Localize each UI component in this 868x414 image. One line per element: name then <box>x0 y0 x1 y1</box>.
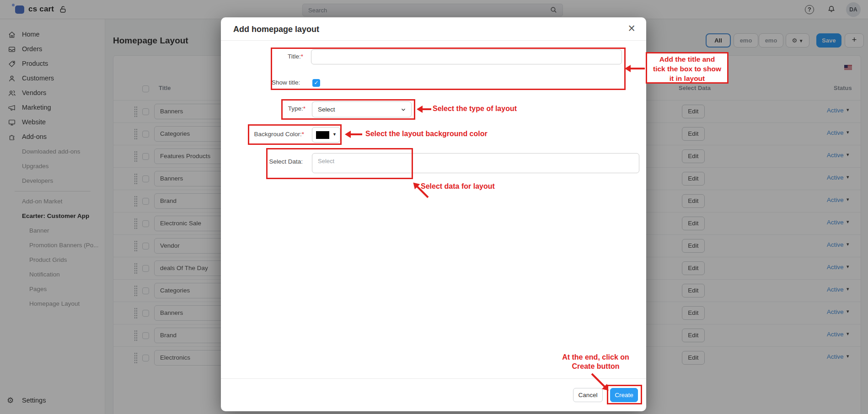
select-all-checkbox[interactable] <box>142 85 149 92</box>
drag-handle-icon[interactable] <box>134 128 138 140</box>
save-button[interactable]: Save <box>816 33 841 48</box>
edit-button[interactable]: Edit <box>682 284 705 297</box>
caret-down-icon[interactable]: ▾ <box>847 241 849 247</box>
caret-down-icon[interactable]: ▾ <box>847 219 849 225</box>
row-checkbox[interactable] <box>142 332 149 339</box>
storefront-demo-store-button-2[interactable]: emo Stor <box>759 33 783 48</box>
sidebar-item-products[interactable]: Products <box>0 57 105 71</box>
cscart-logo-icon[interactable] <box>15 5 24 14</box>
edit-button[interactable]: Edit <box>682 194 705 208</box>
caret-down-icon[interactable]: ▾ <box>847 196 849 202</box>
add-layout-button[interactable]: + <box>845 33 864 48</box>
sidebar-item-downloaded-add-ons[interactable]: Downloaded add-ons <box>0 144 105 159</box>
select-data-field[interactable]: Select <box>312 153 639 173</box>
status-dropdown[interactable]: Active <box>827 152 844 159</box>
edit-button[interactable]: Edit <box>682 127 705 141</box>
sidebar-item-add-ons[interactable]: Add-ons <box>0 130 105 144</box>
cancel-button[interactable]: Cancel <box>573 388 603 402</box>
sidebar-item-product-grids[interactable]: Product Grids <box>0 253 105 267</box>
caret-down-icon[interactable]: ▾ <box>847 107 849 113</box>
drag-handle-icon[interactable] <box>134 106 138 117</box>
status-dropdown[interactable]: Active <box>827 308 844 315</box>
status-dropdown[interactable]: Active <box>827 264 844 271</box>
status-dropdown[interactable]: Active <box>827 353 844 360</box>
status-dropdown[interactable]: Active <box>827 286 844 293</box>
sidebar-item-pages[interactable]: Pages <box>0 282 105 297</box>
drag-handle-icon[interactable] <box>134 240 138 252</box>
sidebar-item-addon-market[interactable]: Add-on Market <box>0 194 105 209</box>
row-checkbox[interactable] <box>142 175 149 182</box>
storefront-demo-store-button-1[interactable]: emo Stor <box>734 33 758 48</box>
edit-button[interactable]: Edit <box>682 351 705 365</box>
help-icon[interactable]: ? <box>805 5 814 14</box>
drag-handle-icon[interactable] <box>134 196 138 207</box>
row-checkbox[interactable] <box>142 310 149 317</box>
brand-text[interactable]: cs cart <box>28 5 54 14</box>
caret-down-icon[interactable]: ▾ <box>847 129 849 135</box>
row-checkbox[interactable] <box>142 153 149 160</box>
sidebar-item-home[interactable]: Home <box>0 27 105 42</box>
caret-down-icon[interactable]: ▾ <box>847 286 849 292</box>
edit-button[interactable]: Edit <box>682 261 705 275</box>
edit-button[interactable]: Edit <box>682 105 705 118</box>
type-select[interactable]: Select <box>312 101 412 117</box>
status-dropdown[interactable]: Active <box>827 196 844 203</box>
sidebar-item-banner[interactable]: Banner <box>0 223 105 238</box>
notifications-bell-icon[interactable] <box>827 5 836 14</box>
caret-down-icon[interactable]: ▾ <box>847 152 849 158</box>
edit-button[interactable]: Edit <box>682 306 705 320</box>
drag-handle-icon[interactable] <box>134 151 138 162</box>
row-checkbox[interactable] <box>142 131 149 138</box>
unlock-icon[interactable] <box>59 5 67 14</box>
status-dropdown[interactable]: Active <box>827 241 844 248</box>
status-dropdown[interactable]: Active <box>827 219 844 226</box>
caret-down-icon[interactable]: ▾ <box>847 353 849 359</box>
drag-handle-icon[interactable] <box>134 308 138 319</box>
row-checkbox[interactable] <box>142 108 149 115</box>
edit-button[interactable]: Edit <box>682 329 705 342</box>
settings-dropdown-button[interactable]: ⚙ ▼ <box>786 33 809 48</box>
drag-handle-icon[interactable] <box>134 285 138 297</box>
sidebar-item-upgrades[interactable]: Upgrades <box>0 159 105 174</box>
drag-handle-icon[interactable] <box>134 330 138 341</box>
user-avatar[interactable]: DA <box>846 2 861 17</box>
sidebar-item-marketing[interactable]: Marketing <box>0 101 105 115</box>
sidebar-item-orders[interactable]: Orders <box>0 42 105 57</box>
drag-handle-icon[interactable] <box>134 218 138 229</box>
caret-down-icon[interactable]: ▾ <box>847 308 849 314</box>
close-icon[interactable]: × <box>628 21 635 36</box>
row-checkbox[interactable] <box>142 220 149 227</box>
row-checkbox[interactable] <box>142 287 149 294</box>
show-title-checkbox[interactable]: ✓ <box>312 79 320 87</box>
status-dropdown[interactable]: Active <box>827 331 844 338</box>
edit-button[interactable]: Edit <box>682 239 705 253</box>
sidebar-item-website[interactable]: Website <box>0 115 105 130</box>
sidebar-item-notification[interactable]: Notification <box>0 267 105 282</box>
row-checkbox[interactable] <box>142 198 149 205</box>
drag-handle-icon[interactable] <box>134 263 138 274</box>
sidebar-item-customers[interactable]: Customers <box>0 71 105 86</box>
sidebar-item-homepage-layout[interactable]: Homepage Layout <box>0 297 105 311</box>
caret-down-icon[interactable]: ▾ <box>847 174 849 180</box>
edit-button[interactable]: Edit <box>682 149 705 163</box>
us-flag-icon[interactable] <box>844 65 852 70</box>
caret-down-icon[interactable]: ▾ <box>847 264 849 270</box>
row-checkbox[interactable] <box>142 355 149 361</box>
search-icon[interactable] <box>550 6 557 14</box>
drag-handle-icon[interactable] <box>134 352 138 364</box>
caret-down-icon[interactable]: ▾ <box>847 331 849 337</box>
search-input[interactable] <box>302 4 563 16</box>
status-dropdown[interactable]: Active <box>827 129 844 136</box>
edit-button[interactable]: Edit <box>682 172 705 186</box>
storefront-all-button[interactable]: All <box>706 33 731 48</box>
row-checkbox[interactable] <box>142 243 149 249</box>
status-dropdown[interactable]: Active <box>827 174 844 181</box>
create-button[interactable]: Create <box>610 388 638 402</box>
sidebar-item-promotion-banners-po[interactable]: Promotion Banners (Po... <box>0 238 105 253</box>
title-input[interactable] <box>311 49 622 64</box>
row-checkbox[interactable] <box>142 265 149 272</box>
status-dropdown[interactable]: Active <box>827 107 844 114</box>
sidebar-item-developers[interactable]: Developers <box>0 174 105 188</box>
sidebar-item-ecarter-customer-app[interactable]: Ecarter: Customer App <box>0 209 105 223</box>
drag-handle-icon[interactable] <box>134 173 138 185</box>
